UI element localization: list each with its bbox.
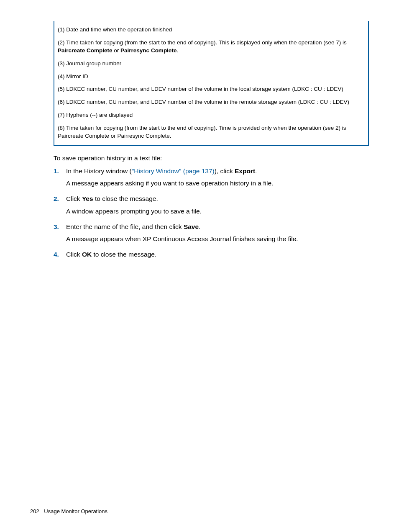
text: to close the message. [92, 251, 156, 258]
text: . [255, 167, 257, 175]
text: (2) Time taken for copying (from the sta… [58, 39, 347, 46]
text: In the History window ( [66, 167, 132, 175]
text: . [199, 223, 200, 230]
bold-text: Save [184, 223, 199, 230]
bold-text: OK [82, 251, 92, 258]
list-item: 4. Click OK to close the message. [54, 249, 369, 262]
text: . [176, 47, 178, 54]
bold-text: Pairresync Complete [120, 47, 176, 54]
table-row: (3) Journal group number [58, 60, 365, 68]
table-row: (8) Time taken for copying (from the sta… [58, 124, 365, 140]
page-content: (1) Date and time when the operation fin… [0, 0, 399, 262]
text: Enter the name of the file, and then cli… [66, 223, 184, 230]
table-row: (2) Time taken for copying (from the sta… [58, 39, 365, 55]
text: Click [66, 251, 82, 258]
text: or [113, 47, 121, 54]
step-number: 4. [54, 249, 66, 262]
table-row: (6) LDKEC number, CU number, and LDEV nu… [58, 98, 365, 106]
intro-text: To save operation history in a text file… [54, 154, 369, 162]
text: ), click [215, 167, 235, 175]
section-title: Usage Monitor Operations [44, 508, 107, 514]
step-body: Enter the name of the file, and then cli… [66, 222, 369, 247]
table-row: (1) Date and time when the operation fin… [58, 26, 365, 34]
text: A message appears when XP Continuous Acc… [66, 234, 369, 244]
page-footer: 202 Usage Monitor Operations [30, 508, 107, 514]
list-item: 2. Click Yes to close the message. A win… [54, 194, 369, 218]
text: Click [66, 195, 82, 202]
text: to close the message. [93, 195, 158, 202]
step-body: Click Yes to close the message. A window… [66, 194, 369, 218]
step-body: In the History window ("History Window" … [66, 166, 369, 191]
list-item: 1. In the History window ("History Windo… [54, 166, 369, 191]
bold-text: Export [235, 167, 255, 175]
steps-list: 1. In the History window ("History Windo… [54, 166, 369, 262]
bold-text: Paircreate Complete [58, 47, 113, 54]
step-number: 3. [54, 222, 66, 247]
table-row: (4) Mirror ID [58, 73, 365, 81]
page-number: 202 [30, 508, 39, 514]
list-item: 3. Enter the name of the file, and then … [54, 222, 369, 247]
step-number: 2. [54, 194, 66, 218]
text: A message appears asking if you want to … [66, 178, 369, 188]
cross-reference-link[interactable]: "History Window" (page 137) [132, 167, 215, 175]
definition-table: (1) Date and time when the operation fin… [54, 21, 369, 146]
step-number: 1. [54, 166, 66, 191]
text: A window appears prompting you to save a… [66, 206, 369, 216]
bold-text: Yes [82, 195, 93, 202]
table-row: (5) LDKEC number, CU number, and LDEV nu… [58, 85, 365, 93]
step-body: Click OK to close the message. [66, 249, 369, 262]
table-row: (7) Hyphens (--) are displayed [58, 111, 365, 119]
